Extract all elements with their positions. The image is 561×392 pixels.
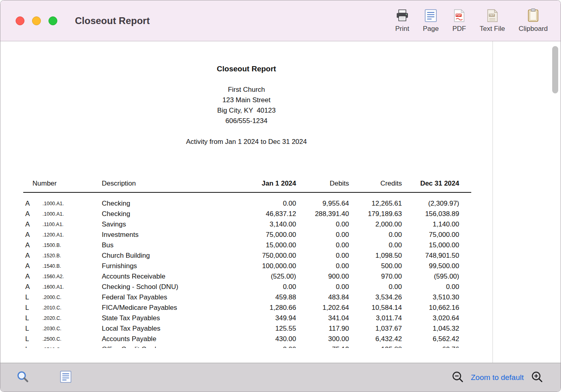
account-type-cell: A — [23, 271, 41, 282]
search-button[interactable] — [16, 370, 29, 384]
end-balance-cell: 156,038.89 — [402, 209, 459, 219]
zoom-out-button[interactable] — [452, 371, 464, 384]
account-type-cell: L — [23, 344, 41, 348]
page-edge-line — [492, 41, 493, 363]
activity-range: Activity from Jan 1 2024 to Dec 31 2024 — [0, 137, 492, 147]
credits-cell: 1,098.50 — [349, 251, 402, 261]
debits-cell: 483.84 — [296, 292, 349, 303]
pdf-button[interactable]: PDF PDF — [452, 8, 466, 33]
account-type-cell: A — [23, 198, 41, 209]
account-number-cell: .2000.C. — [41, 292, 101, 303]
col-header-begin-balance: Jan 1 2024 — [225, 178, 296, 189]
debits-cell: 75.12 — [296, 344, 349, 348]
zoom-window-button[interactable] — [48, 16, 57, 25]
clipboard-icon — [528, 8, 539, 22]
report-table: Number Description Jan 1 2024 Debits Cre… — [23, 178, 471, 348]
svg-text:PDF: PDF — [456, 14, 461, 16]
credits-cell: 2,000.00 — [349, 219, 402, 230]
description-cell: Bus — [101, 240, 225, 251]
end-balance-cell: 6,562.42 — [402, 334, 459, 344]
credits-cell: 970.00 — [349, 271, 402, 282]
begin-balance-cell: 1,280.66 — [225, 303, 296, 313]
table-row: L .2020.C. State Tax Payables 349.94 341… — [23, 313, 471, 323]
table-row: A .1520.B. Church Building 750,000.00 0.… — [23, 251, 471, 261]
col-header-credits: Credits — [349, 178, 402, 189]
account-number-cell: .1540.B. — [41, 261, 101, 271]
org-city: Big City, KY 40123 — [0, 105, 492, 116]
description-cell: Federal Tax Payables — [101, 292, 225, 303]
account-number-cell: .1520.B. — [41, 251, 101, 261]
close-window-button[interactable] — [16, 16, 24, 25]
end-balance-cell: 1,140.00 — [402, 219, 459, 230]
minimize-window-button[interactable] — [32, 16, 41, 25]
account-number-cell: .2030.C. — [41, 323, 101, 334]
org-address-block: First Church 123 Main Street Big City, K… — [0, 85, 492, 126]
end-balance-cell: 99,500.00 — [402, 261, 459, 271]
col-header-debits: Debits — [296, 178, 349, 189]
debits-cell: 0.00 — [296, 282, 349, 292]
account-type-cell: A — [23, 282, 41, 292]
account-type-cell: L — [23, 292, 41, 303]
credits-cell: 10,584.14 — [349, 303, 402, 313]
credits-cell: 0.00 — [349, 240, 402, 251]
col-header-description: Description — [101, 178, 225, 189]
svg-text:TXT: TXT — [489, 14, 494, 16]
app-window: Closeout Report Print — [0, 0, 561, 392]
credits-cell: 3,011.74 — [349, 313, 402, 323]
account-number-cell: .1100.A1. — [41, 219, 101, 230]
end-balance-cell: (2,309.97) — [402, 198, 459, 209]
text-file-button[interactable]: TXT Text File — [480, 8, 505, 33]
vertical-scrollbar-thumb[interactable] — [552, 46, 558, 93]
window-title: Closeout Report — [75, 15, 150, 26]
titlebar: Closeout Report Print — [0, 0, 561, 41]
col-header-end-balance: Dec 31 2024 — [402, 178, 459, 189]
account-type-cell: L — [23, 313, 41, 323]
print-button[interactable]: Print — [395, 8, 409, 33]
document-area: Closeout Report First Church 123 Main St… — [0, 41, 561, 363]
credits-cell: 0.00 — [349, 230, 402, 240]
table-row: A .1560.A2. Accounts Receivable (525.00)… — [23, 271, 471, 282]
credits-cell: 3,534.26 — [349, 292, 402, 303]
table-row: L .2030.C. Local Tax Payables 125.55 117… — [23, 323, 471, 334]
text-file-icon: TXT — [487, 8, 498, 22]
account-number-cell: .1500.B. — [41, 240, 101, 251]
description-cell: FICA/Medicare Payables — [101, 303, 225, 313]
zoom-to-default-link[interactable]: Zoom to default — [468, 373, 526, 382]
page-button[interactable]: Page — [423, 8, 439, 33]
description-cell: Checking — [101, 198, 225, 209]
end-balance-cell: 748,901.50 — [402, 251, 459, 261]
clipboard-button[interactable]: Clipboard — [519, 8, 548, 33]
debits-cell: 9,955.64 — [296, 198, 349, 209]
table-body: A .1000.A1. Checking 0.00 9,955.64 12,26… — [23, 193, 471, 348]
debits-cell: 117.90 — [296, 323, 349, 334]
pdf-button-label: PDF — [452, 25, 466, 33]
zoom-in-icon — [531, 371, 543, 384]
account-number-cell: .1000.A1. — [41, 198, 101, 209]
table-row: A .1500.B. Bus 15,000.00 0.00 0.00 15,00… — [23, 240, 471, 251]
account-type-cell: A — [23, 240, 41, 251]
end-balance-cell: 60.76 — [402, 344, 459, 348]
begin-balance-cell: 0.00 — [225, 344, 296, 348]
table-row: A .1000.A1. Checking 0.00 9,955.64 12,26… — [23, 198, 471, 209]
account-number-cell: .1200.A1. — [41, 230, 101, 240]
report-view-button[interactable] — [60, 371, 72, 384]
org-street: 123 Main Street — [0, 95, 492, 105]
debits-cell: 300.00 — [296, 334, 349, 344]
credits-cell: 0.00 — [349, 282, 402, 292]
account-type-cell: A — [23, 230, 41, 240]
description-cell: Checking — [101, 209, 225, 219]
table-row: A .1600.A1. Checking - School (DNU) 0.00… — [23, 282, 471, 292]
zoom-in-button[interactable] — [531, 371, 543, 384]
account-type-cell: L — [23, 334, 41, 344]
toolbar: Print Page — [395, 8, 548, 33]
begin-balance-cell: 0.00 — [225, 282, 296, 292]
begin-balance-cell: 100,000.00 — [225, 261, 296, 271]
zoom-out-icon — [452, 371, 464, 384]
credits-cell: 6,432.42 — [349, 334, 402, 344]
end-balance-cell: 3,510.30 — [402, 292, 459, 303]
begin-balance-cell: 75,000.00 — [225, 230, 296, 240]
description-cell: Local Tax Payables — [101, 323, 225, 334]
table-row: L .2000.C. Federal Tax Payables 459.88 4… — [23, 292, 471, 303]
debits-cell: 900.00 — [296, 271, 349, 282]
table-row: A .1000.A1. Checking 46,837.12 288,391.4… — [23, 209, 471, 219]
